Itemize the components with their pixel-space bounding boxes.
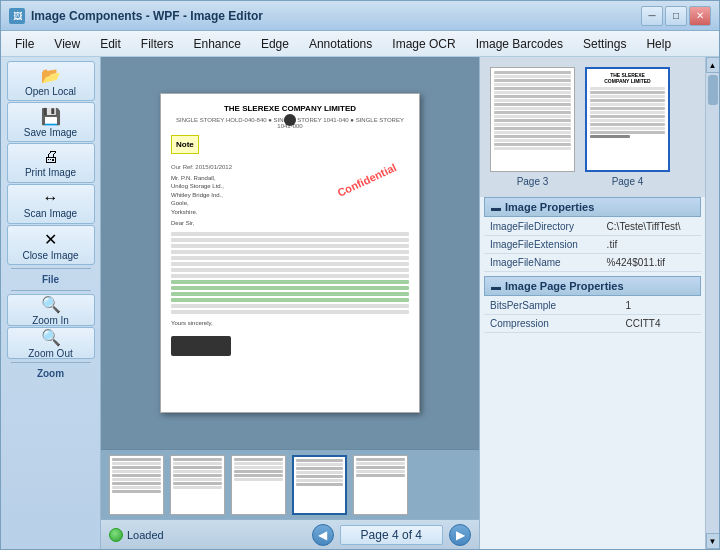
scroll-down-button[interactable]: ▼ xyxy=(706,533,720,549)
image-properties-header: ▬ Image Properties xyxy=(484,197,701,217)
open-local-label: Open Local xyxy=(25,86,76,97)
doc-stamp xyxy=(284,114,296,126)
window-title: Image Components - WPF - Image Editor xyxy=(31,9,641,23)
center-panel: THE SLEREXE COMPANY LIMITED SINGLE STORE… xyxy=(101,57,479,549)
save-image-icon: 💾 xyxy=(41,107,61,126)
prop-val-directory: C:\Teste\TiffTest\ xyxy=(601,218,701,236)
maximize-button[interactable]: □ xyxy=(665,6,687,26)
page-navigation: ◀ Page 4 of 4 ▶ xyxy=(312,524,471,546)
right-thumb-label-3: Page 3 xyxy=(517,176,549,187)
prop-val-filename: %424$011.tif xyxy=(601,254,701,272)
doc-line-2 xyxy=(171,238,409,242)
image-page-properties-header: ▬ Image Page Properties xyxy=(484,276,701,296)
title-bar-buttons: ─ □ ✕ xyxy=(641,6,711,26)
menu-enhance[interactable]: Enhance xyxy=(184,35,251,53)
right-thumb-label-4: Page 4 xyxy=(612,176,644,187)
scan-image-button[interactable]: ↔ Scan Image xyxy=(7,184,95,224)
minimize-button[interactable]: ─ xyxy=(641,6,663,26)
status-indicator xyxy=(109,528,123,542)
sidebar-separator-1 xyxy=(11,268,91,269)
image-properties-section: ▬ Image Properties ImageFileDirectory C:… xyxy=(480,197,705,276)
close-image-button[interactable]: ✕ Close Image xyxy=(7,225,95,265)
collapse-icon[interactable]: ▬ xyxy=(491,202,501,213)
prop-val-bits: 1 xyxy=(619,297,701,315)
doc-line-green-4 xyxy=(171,298,409,302)
image-properties-title: Image Properties xyxy=(505,201,594,213)
scroll-thumb[interactable] xyxy=(708,75,718,105)
prop-key-extension: ImageFileExtension xyxy=(484,236,601,254)
print-image-label: Print Image xyxy=(25,167,76,178)
doc-line-3 xyxy=(171,244,409,248)
thumbnail-5[interactable] xyxy=(353,455,408,515)
menu-filters[interactable]: Filters xyxy=(131,35,184,53)
open-local-button[interactable]: 📂 Open Local xyxy=(7,61,95,101)
menu-bar: File View Edit Filters Enhance Edge Anno… xyxy=(1,31,719,57)
print-image-button[interactable]: 🖨 Print Image xyxy=(7,143,95,183)
save-image-button[interactable]: 💾 Save Image xyxy=(7,102,95,142)
doc-line-green-3 xyxy=(171,292,409,296)
zoom-in-button[interactable]: 🔍 Zoom In xyxy=(7,294,95,326)
sidebar-file-label: File xyxy=(42,272,59,287)
prop-row-directory: ImageFileDirectory C:\Teste\TiffTest\ xyxy=(484,218,701,236)
thumbnail-2[interactable] xyxy=(170,455,225,515)
thumbnail-4-active[interactable] xyxy=(292,455,347,515)
doc-line-green-1 xyxy=(171,280,409,284)
prop-key-filename: ImageFileName xyxy=(484,254,601,272)
prop-row-extension: ImageFileExtension .tif xyxy=(484,236,701,254)
image-preview: THE SLEREXE COMPANY LIMITED SINGLE STORE… xyxy=(101,57,479,449)
doc-line-green-2 xyxy=(171,286,409,290)
collapse-icon-2[interactable]: ▬ xyxy=(491,281,501,292)
prop-key-directory: ImageFileDirectory xyxy=(484,218,601,236)
menu-help[interactable]: Help xyxy=(636,35,681,53)
prop-key-compression: Compression xyxy=(484,315,619,333)
doc-line-7 xyxy=(171,268,409,272)
menu-file[interactable]: File xyxy=(5,35,44,53)
zoom-in-label: Zoom In xyxy=(32,315,69,326)
thumbnail-1[interactable] xyxy=(109,455,164,515)
close-image-label: Close Image xyxy=(22,250,78,261)
doc-line-5 xyxy=(171,256,409,260)
app-icon: 🖼 xyxy=(9,8,25,24)
zoom-out-button[interactable]: 🔍 Zoom Out xyxy=(7,327,95,359)
doc-closing: Yours sincerely, xyxy=(171,320,409,326)
menu-settings[interactable]: Settings xyxy=(573,35,636,53)
prop-row-compression: Compression CCITT4 xyxy=(484,315,701,333)
thumbnail-grid: Page 3 THE SLEREXECOMPANY LIMITED xyxy=(480,57,705,197)
doc-line-9 xyxy=(171,304,409,308)
menu-edit[interactable]: Edit xyxy=(90,35,131,53)
right-content: Page 3 THE SLEREXECOMPANY LIMITED xyxy=(480,57,719,549)
sidebar-zoom-label: Zoom xyxy=(37,366,64,381)
main-window: 🖼 Image Components - WPF - Image Editor … xyxy=(0,0,720,550)
close-button[interactable]: ✕ xyxy=(689,6,711,26)
menu-edge[interactable]: Edge xyxy=(251,35,299,53)
doc-note-label: Note xyxy=(171,135,199,154)
image-page-properties-section: ▬ Image Page Properties BitsPerSample 1 … xyxy=(480,276,705,337)
right-panel: Page 3 THE SLEREXECOMPANY LIMITED xyxy=(479,57,719,549)
close-image-icon: ✕ xyxy=(44,230,57,249)
status-bar: Loaded ◀ Page 4 of 4 ▶ xyxy=(101,519,479,549)
thumbnail-3[interactable] xyxy=(231,455,286,515)
doc-line-4 xyxy=(171,250,409,254)
image-page-properties-title: Image Page Properties xyxy=(505,280,624,292)
right-thumb-4[interactable]: THE SLEREXECOMPANY LIMITED Page 4 xyxy=(585,67,670,187)
menu-image-ocr[interactable]: Image OCR xyxy=(382,35,465,53)
doc-salutation: Dear Sir, xyxy=(171,220,409,226)
right-thumb-img-4: THE SLEREXECOMPANY LIMITED xyxy=(585,67,670,172)
print-image-icon: 🖨 xyxy=(43,148,59,166)
zoom-out-icon: 🔍 xyxy=(41,328,61,347)
menu-image-barcodes[interactable]: Image Barcodes xyxy=(466,35,573,53)
thumb-company: THE SLEREXECOMPANY LIMITED xyxy=(590,72,665,84)
status-text: Loaded xyxy=(127,529,308,541)
title-bar: 🖼 Image Components - WPF - Image Editor … xyxy=(1,1,719,31)
prev-page-button[interactable]: ◀ xyxy=(312,524,334,546)
main-area: 📂 Open Local 💾 Save Image 🖨 Print Image … xyxy=(1,57,719,549)
menu-view[interactable]: View xyxy=(44,35,90,53)
next-page-button[interactable]: ▶ xyxy=(449,524,471,546)
scan-image-icon: ↔ xyxy=(43,189,59,207)
right-scroll: Page 3 THE SLEREXECOMPANY LIMITED xyxy=(480,57,719,549)
zoom-out-label: Zoom Out xyxy=(28,348,72,359)
scroll-up-button[interactable]: ▲ xyxy=(706,57,720,73)
menu-annotations[interactable]: Annotations xyxy=(299,35,382,53)
right-thumb-3[interactable]: Page 3 xyxy=(490,67,575,187)
right-scrollbar: ▲ ▼ xyxy=(705,57,719,549)
